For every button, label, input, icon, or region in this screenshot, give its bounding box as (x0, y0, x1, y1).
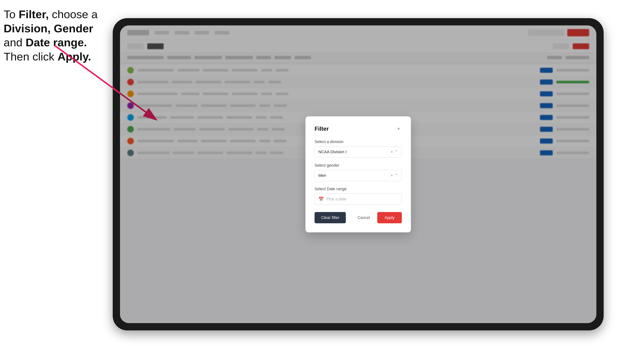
instruction-line1: To Filter, choose a (4, 8, 98, 20)
gender-chevron-icon: ⌃ (395, 173, 398, 178)
instruction-bold-apply: Apply. (58, 50, 91, 63)
instruction-bold-date: Date range. (26, 36, 87, 49)
date-range-input[interactable]: 📅 Pick a date (314, 193, 402, 205)
modal-header: Filter × (314, 125, 402, 132)
gender-value: Men (318, 173, 326, 178)
gender-field: Select gender Men × ⌃ (314, 163, 402, 181)
instruction-line3: and Date range. (4, 36, 87, 49)
modal-close-button[interactable]: × (395, 125, 402, 132)
date-placeholder: Pick a date (326, 197, 346, 201)
tablet-screen: Filter × Select a division NCAA Division… (120, 25, 596, 323)
gender-select-icons: × ⌃ (390, 173, 398, 178)
instruction-line4: Then click Apply. (4, 50, 91, 63)
filter-modal: Filter × Select a division NCAA Division… (306, 116, 411, 232)
instruction-bold-division-gender: Division, Gender (4, 22, 93, 35)
modal-title: Filter (314, 125, 329, 132)
date-range-label: Select Date range (314, 187, 402, 191)
modal-action-buttons: Cancel Apply (354, 212, 402, 223)
gender-select[interactable]: Men × ⌃ (314, 170, 402, 181)
modal-overlay: Filter × Select a division NCAA Division… (120, 25, 596, 323)
date-range-field: Select Date range 📅 Pick a date (314, 187, 402, 205)
division-select-icons: × ⌃ (390, 150, 398, 154)
division-field: Select a division NCAA Division I × ⌃ (314, 139, 402, 158)
division-clear-icon[interactable]: × (390, 150, 393, 154)
gender-clear-icon[interactable]: × (390, 173, 393, 178)
division-value: NCAA Division I (318, 150, 346, 154)
apply-button[interactable]: Apply (377, 212, 402, 223)
cancel-button[interactable]: Cancel (354, 212, 374, 223)
division-label: Select a division (314, 139, 402, 144)
instruction-bold-filter: Filter, (19, 8, 49, 20)
calendar-icon: 📅 (318, 197, 324, 202)
gender-label: Select gender (314, 163, 402, 168)
modal-footer: Clear filter Cancel Apply (314, 212, 402, 223)
division-select[interactable]: NCAA Division I × ⌃ (314, 146, 402, 158)
clear-filter-button[interactable]: Clear filter (314, 212, 346, 223)
division-chevron-icon: ⌃ (395, 150, 398, 154)
tablet-frame: Filter × Select a division NCAA Division… (113, 18, 604, 330)
instruction-text: To Filter, choose a Division, Gender and… (4, 7, 106, 64)
